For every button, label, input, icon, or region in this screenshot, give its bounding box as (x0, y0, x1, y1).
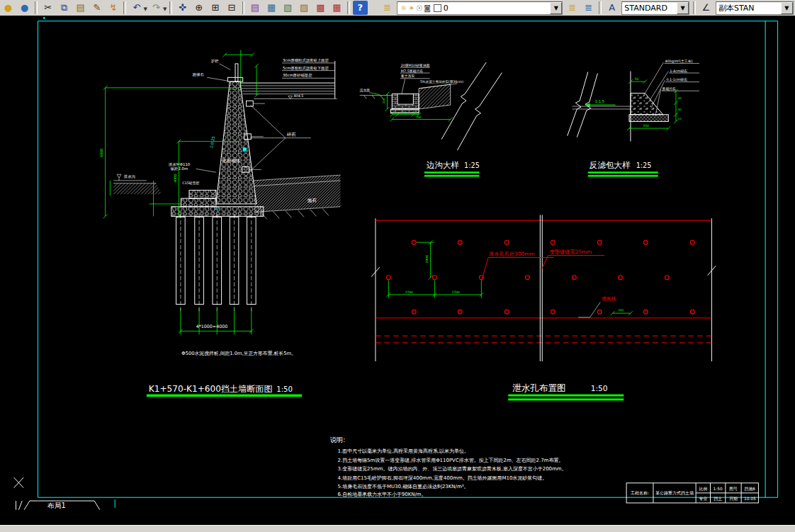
calculator-icon[interactable]: ▦ (329, 1, 344, 15)
layer-plot-icon[interactable]: ◙ (424, 4, 431, 12)
layer-lock-icon[interactable]: ☉ (416, 4, 422, 12)
flow-surface-label: 流水面 (360, 88, 371, 93)
weep-hole-label: 泄水孔孔径100mm (488, 251, 534, 257)
layer-combo-arrow-icon[interactable]: ▼ (550, 2, 562, 14)
project-label: 工程名称: (631, 490, 649, 496)
layer-on-icon[interactable]: ☼ (400, 4, 407, 12)
copy-icon[interactable]: ⧉ (57, 1, 72, 15)
dim-style-combo-arrow-icon[interactable]: ▼ (781, 2, 793, 14)
weep-hole (504, 240, 509, 244)
hole-vertical-spacing: 2000 (425, 255, 429, 263)
markup-icon[interactable]: ▩ (313, 1, 328, 15)
pan-icon[interactable]: ✜ (175, 1, 190, 15)
ditch-layer-2: M7.5浆砌片石 (401, 69, 423, 74)
layer-color-chip[interactable] (434, 4, 441, 12)
wall-height-dim: 6000 (99, 149, 103, 157)
filter-slope-label: 1:1.5 (594, 99, 604, 103)
section-scale: 1:50 (276, 385, 293, 393)
toolbar: ●●✂⧉▤✎↯↶▼↷▼✜⊕⊞⊟▤▦▧▨▩▦?≣☼☀☉◙0▼≣≣ASTANDARD… (0, 0, 795, 16)
drawing-canvas[interactable]: 3cm厚细粒式沥青砼上面层 5cm厚粗粒式沥青砼下面层 30cm厚砂砾垫层 40… (0, 16, 795, 525)
web-icon[interactable]: ● (17, 1, 32, 15)
notes-heading: 说明: (329, 436, 346, 443)
stem-height-dim: 4000 (173, 174, 177, 182)
weep-hole (458, 240, 462, 244)
curb-label: 路缘石 (193, 72, 205, 77)
sheet-border (38, 17, 778, 508)
zoom-realtime-icon[interactable]: ⊕ (191, 1, 206, 15)
dim-style-icon[interactable]: ∠ (699, 1, 714, 15)
text-style-icon[interactable]: A (604, 1, 619, 15)
wall-face-line-label: 墙面线 (601, 296, 616, 302)
scale-value: 1:50 (714, 487, 723, 491)
pile-group (176, 214, 256, 313)
cement-soil-label: 5%水泥土夯填密实(厚30cm) (420, 79, 463, 84)
weep-hole (412, 240, 416, 244)
svg-text:750: 750 (416, 115, 422, 119)
masonry-label: 毛石砌体 (222, 158, 241, 164)
side-ditch-detail: 20厚M10砂浆抹面 M7.5浆砌片石 素土夯实 流水面 5%水泥土夯填密实(厚… (360, 62, 502, 177)
cushion-label: C15砼垫层 (182, 181, 199, 186)
status-bar (0, 525, 795, 532)
weep-hole (551, 310, 555, 314)
paste-icon[interactable]: ▤ (73, 1, 88, 15)
weep-hole (665, 276, 669, 280)
layer-freeze-icon[interactable]: ☀ (408, 4, 415, 12)
filter-layer-2: 1-4cm碎石 (670, 69, 687, 74)
major-value: 挡土 (714, 497, 722, 502)
weep-hole (525, 276, 529, 280)
layer-combo[interactable]: ☼☀☉◙0▼ (397, 1, 563, 15)
help-icon[interactable]: ? (353, 1, 368, 15)
note-line: 1.图中尺寸以毫米为单位,高程采用黄海高程系,以米为单位。 (338, 448, 469, 454)
pavement-layer-1: 3cm厚细粒式沥青砼上面层 (283, 58, 329, 63)
weep-hole (572, 276, 576, 280)
toolbar-separator (169, 1, 172, 14)
toolbar-separator (693, 1, 696, 14)
toolpalettes-icon[interactable]: ▧ (281, 1, 295, 15)
designcenter-icon[interactable]: ▦ (264, 1, 279, 15)
blockedit-icon[interactable]: ↯ (106, 1, 120, 15)
matchprop-icon[interactable]: ✎ (89, 1, 104, 15)
text-style-combo[interactable]: STANDARD▼ (621, 1, 689, 15)
pavement-layer-3: 30cm厚砂砾垫层 (283, 73, 312, 77)
text-style-combo-arrow-icon[interactable]: ▼ (677, 2, 689, 14)
zoom-previous-icon[interactable]: ⊟ (224, 1, 239, 15)
svg-text:30: 30 (678, 108, 682, 111)
dropdown-arrow-icon[interactable]: ▼ (143, 6, 147, 12)
sheetset-icon[interactable]: ▨ (297, 1, 312, 15)
hole-horizontal-spacing-1: 2700 (405, 290, 413, 294)
expansion-joint-label: 变形缝缝宽25mm (549, 249, 592, 255)
redo-icon[interactable]: ↷ (149, 1, 164, 15)
layer-properties-icon[interactable]: ≣ (380, 1, 395, 15)
scale-label: 比例 (699, 487, 707, 492)
dropdown-arrow-icon[interactable]: ▼ (163, 6, 167, 12)
date-value: 10.05 (744, 497, 756, 501)
weep-hole (643, 240, 648, 244)
svg-text:550: 550 (643, 124, 649, 128)
pile-note: Φ500水泥搅拌桩,间距1.0m,呈正方形布置,桩长5m。 (181, 351, 296, 356)
note-line: 5.墙身毛石强度不低于MU30,砌体自重必须达到23KN/m³。 (338, 484, 469, 489)
cut-icon[interactable]: ✂ (40, 1, 55, 15)
filter-pack-detail: 1:1.5 400g/m²(土工布) 1-4cm碎石 0.1-1cm碎石 浆砌片… (568, 59, 699, 177)
note-line: 2.挡土墙每隔5m设置一道变形缝,排水管采用Φ110PVC排水管。按上下间距2m… (338, 458, 564, 463)
undo-icon[interactable]: ↶ (129, 1, 144, 15)
weep-hole (690, 240, 694, 244)
note-line: 6.自检地基承载力水平不小于90KN/m。 (338, 492, 427, 497)
tab-layout1-label[interactable]: 布局1 (47, 502, 66, 509)
zoom-window-icon[interactable]: ⊞ (208, 1, 222, 15)
weep-hole (690, 310, 694, 314)
svg-text:30: 30 (412, 111, 416, 114)
publish-icon[interactable]: ● (1, 1, 16, 15)
svg-text:230: 230 (401, 111, 407, 114)
date-label: 日期 (729, 497, 738, 502)
dim-style-combo[interactable]: 副本STAN▼ (716, 1, 794, 15)
retaining-wall-section: 3cm厚细粒式沥青砼上面层 5cm厚粗粒式沥青砼下面层 30cm厚砂砾垫层 40… (99, 50, 341, 397)
crosshair-cursor (14, 477, 24, 488)
front-slope-label: 1:0.25 (209, 136, 215, 149)
layer-previous-icon[interactable]: ≣ (565, 1, 580, 15)
weep-hole (618, 276, 622, 280)
properties-icon[interactable]: ▤ (247, 1, 262, 15)
drain-spacing-label: 纵距2.0m (171, 166, 188, 171)
layer-states-icon[interactable]: ≣ (581, 1, 596, 15)
filter-layer-1: 400g/m²(土工布) (665, 59, 692, 63)
hole-horizontal-spacing-2: 2700 (452, 290, 460, 294)
